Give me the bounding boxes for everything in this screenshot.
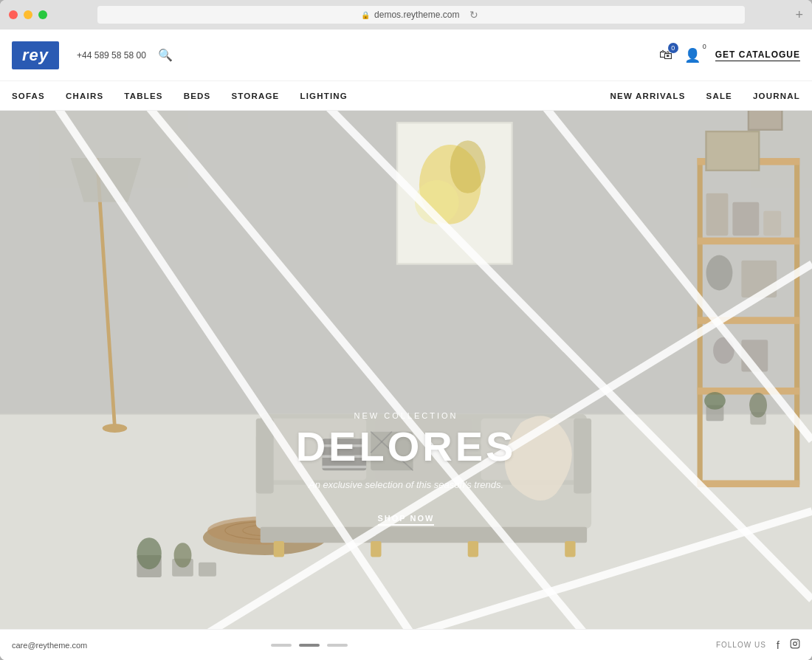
cart-badge: 0 — [668, 43, 678, 53]
svg-rect-41 — [261, 527, 587, 543]
nav-item-sale[interactable]: SALE — [706, 92, 732, 100]
logo[interactable]: rey — [12, 41, 59, 69]
nav-item-lighting[interactable]: LIGHTING — [300, 92, 348, 100]
facebook-icon[interactable]: f — [777, 639, 780, 651]
nav-item-journal[interactable]: JOURNAL — [753, 92, 800, 100]
account-button[interactable]: 👤 0 — [684, 47, 701, 63]
svg-point-68 — [797, 641, 798, 642]
minimize-button-browser[interactable] — [24, 10, 32, 19]
svg-point-56 — [174, 543, 192, 567]
svg-rect-16 — [706, 193, 729, 236]
svg-point-5 — [450, 140, 486, 193]
nav-item-tables[interactable]: TABLES — [124, 92, 162, 100]
nav-item-chairs[interactable]: CHAIRS — [66, 92, 103, 100]
footer-bar: care@reytheme.com FOLLOW US f — [0, 629, 812, 660]
svg-rect-59 — [749, 111, 782, 130]
new-tab-button[interactable]: + — [795, 7, 803, 23]
svg-rect-12 — [698, 238, 800, 245]
account-badge: 0 — [703, 43, 706, 50]
website-content: rey +44 589 58 58 00 🔍 🛍 0 👤 0 GET CATAL… — [0, 30, 812, 660]
catalogue-button[interactable]: GET CATALOGUE — [715, 49, 800, 61]
svg-rect-45 — [565, 541, 575, 557]
phone-number: +44 589 58 58 00 — [77, 50, 146, 61]
site-nav: SOFAS CHAIRS TABLES BEDS STORAGE LIGHTIN… — [0, 81, 812, 111]
site-header: rey +44 589 58 58 00 🔍 🛍 0 👤 0 GET CATAL… — [0, 30, 812, 81]
hero-content: NEW COLLECTION DELORES An exclusive sele… — [258, 411, 554, 526]
footer-social: FOLLOW US f — [716, 639, 800, 651]
hero-title: DELORES — [258, 426, 554, 467]
hero-eyebrow: NEW COLLECTION — [258, 411, 554, 420]
svg-point-26 — [749, 393, 767, 417]
slider-dot-2[interactable] — [299, 644, 320, 647]
svg-rect-58 — [706, 131, 760, 171]
svg-point-19 — [706, 255, 733, 291]
svg-point-24 — [704, 392, 726, 410]
svg-rect-15 — [698, 480, 800, 487]
hero-subtitle: An exclusive selection of this season's … — [258, 479, 554, 490]
footer-email[interactable]: care@reytheme.com — [12, 641, 87, 650]
maximize-button-browser[interactable] — [38, 10, 47, 19]
svg-rect-43 — [371, 541, 381, 557]
refresh-icon[interactable]: ↻ — [469, 9, 481, 21]
search-icon[interactable]: 🔍 — [158, 48, 173, 62]
nav-item-storage[interactable]: STORAGE — [231, 92, 279, 100]
close-button-browser[interactable] — [9, 10, 18, 19]
nav-item-new-arrivals[interactable]: NEW ARRIVALS — [610, 92, 686, 100]
svg-rect-66 — [791, 639, 799, 648]
slider-dot-3[interactable] — [327, 644, 348, 647]
nav-item-sofas[interactable]: SOFAS — [12, 92, 45, 100]
url-text: demos.reytheme.com — [374, 10, 459, 20]
svg-rect-40 — [574, 419, 591, 494]
nav-right: NEW ARRIVALS SALE JOURNAL — [610, 92, 800, 100]
slider-dot-1[interactable] — [271, 644, 292, 647]
slider-dots — [271, 644, 348, 647]
svg-rect-17 — [732, 202, 759, 236]
svg-rect-42 — [274, 541, 284, 557]
svg-point-67 — [794, 642, 797, 646]
svg-rect-18 — [763, 211, 781, 236]
cart-button[interactable]: 🛍 0 — [659, 47, 672, 63]
nav-left: SOFAS CHAIRS TABLES BEDS STORAGE LIGHTIN… — [12, 92, 348, 100]
shop-now-button[interactable]: SHOP NOW — [378, 514, 435, 526]
svg-rect-57 — [199, 563, 216, 577]
browser-titlebar: 🔒 demos.reytheme.com ↻ + — [0, 0, 812, 30]
lock-icon: 🔒 — [361, 11, 370, 19]
hero-section: NEW COLLECTION DELORES An exclusive sele… — [0, 111, 812, 629]
instagram-icon[interactable] — [790, 639, 800, 651]
svg-point-54 — [137, 537, 161, 569]
nav-item-beds[interactable]: BEDS — [184, 92, 211, 100]
svg-point-29 — [103, 424, 127, 433]
browser-window: 🔒 demos.reytheme.com ↻ + rey +44 589 58 … — [0, 0, 812, 660]
svg-rect-44 — [468, 541, 478, 557]
hero-scene — [0, 111, 812, 629]
address-bar[interactable]: 🔒 demos.reytheme.com ↻ — [97, 6, 745, 24]
follow-us-label: FOLLOW US — [716, 641, 766, 649]
